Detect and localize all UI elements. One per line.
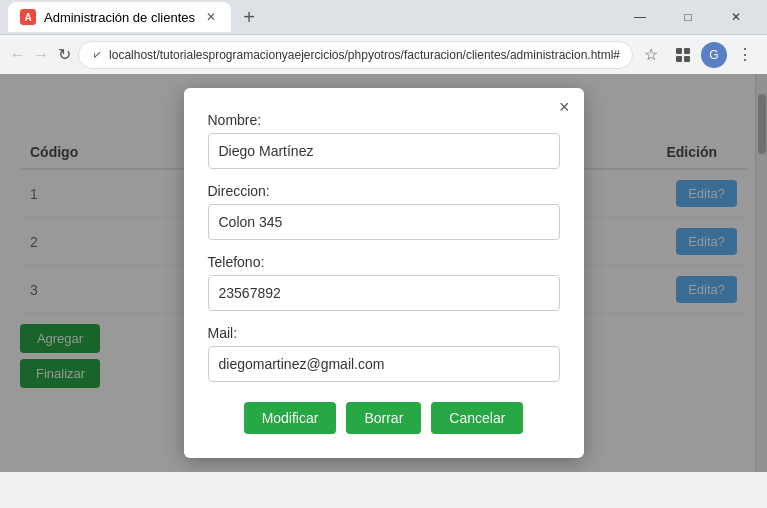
svg-rect-1	[684, 48, 690, 54]
edit-modal: × Nombre: Direccion: Telefono: Mail: Mod…	[184, 88, 584, 458]
direccion-input[interactable]	[208, 204, 560, 240]
modal-actions: Modificar Borrar Cancelar	[208, 402, 560, 434]
modificar-button[interactable]: Modificar	[244, 402, 337, 434]
refresh-button[interactable]: ↻	[55, 41, 74, 69]
browser-tab[interactable]: A Administración de clientes ✕	[8, 2, 231, 32]
page-content: Administracion de Clientes Código Edició…	[0, 74, 767, 472]
url-text: localhost/tutorialesprogramacionyaejerci…	[109, 48, 620, 62]
svg-rect-2	[676, 56, 682, 62]
modal-overlay: × Nombre: Direccion: Telefono: Mail: Mod…	[0, 74, 767, 472]
direccion-group: Direccion:	[208, 183, 560, 240]
bookmark-button[interactable]: ☆	[637, 41, 665, 69]
mail-label: Mail:	[208, 325, 560, 341]
modal-close-button[interactable]: ×	[559, 98, 570, 116]
svg-rect-3	[684, 56, 690, 62]
telefono-input[interactable]	[208, 275, 560, 311]
direccion-label: Direccion:	[208, 183, 560, 199]
minimize-button[interactable]: —	[617, 0, 663, 34]
mail-group: Mail:	[208, 325, 560, 382]
nav-actions: ☆ G ⋮	[637, 41, 759, 69]
nombre-group: Nombre:	[208, 112, 560, 169]
menu-button[interactable]: ⋮	[731, 41, 759, 69]
forward-button[interactable]: →	[31, 41, 50, 69]
svg-rect-0	[676, 48, 682, 54]
mail-input[interactable]	[208, 346, 560, 382]
nombre-label: Nombre:	[208, 112, 560, 128]
cancelar-button[interactable]: Cancelar	[431, 402, 523, 434]
new-tab-button[interactable]: +	[235, 3, 263, 31]
maximize-button[interactable]: □	[665, 0, 711, 34]
telefono-group: Telefono:	[208, 254, 560, 311]
telefono-label: Telefono:	[208, 254, 560, 270]
browser-chrome: A Administración de clientes ✕ + — □ ✕ ←…	[0, 0, 767, 74]
tab-title: Administración de clientes	[44, 10, 195, 25]
close-button[interactable]: ✕	[713, 0, 759, 34]
lock-icon: 🗸	[91, 48, 103, 62]
back-button[interactable]: ←	[8, 41, 27, 69]
window-controls: — □ ✕	[617, 0, 759, 34]
nombre-input[interactable]	[208, 133, 560, 169]
tab-favicon: A	[20, 9, 36, 25]
extension-button[interactable]	[669, 41, 697, 69]
title-bar: A Administración de clientes ✕ + — □ ✕	[0, 0, 767, 34]
borrar-button[interactable]: Borrar	[346, 402, 421, 434]
nav-bar: ← → ↻ 🗸 localhost/tutorialesprogramacion…	[0, 34, 767, 74]
address-bar[interactable]: 🗸 localhost/tutorialesprogramacionyaejer…	[78, 41, 633, 69]
tab-close-button[interactable]: ✕	[203, 9, 219, 25]
profile-avatar[interactable]: G	[701, 42, 727, 68]
